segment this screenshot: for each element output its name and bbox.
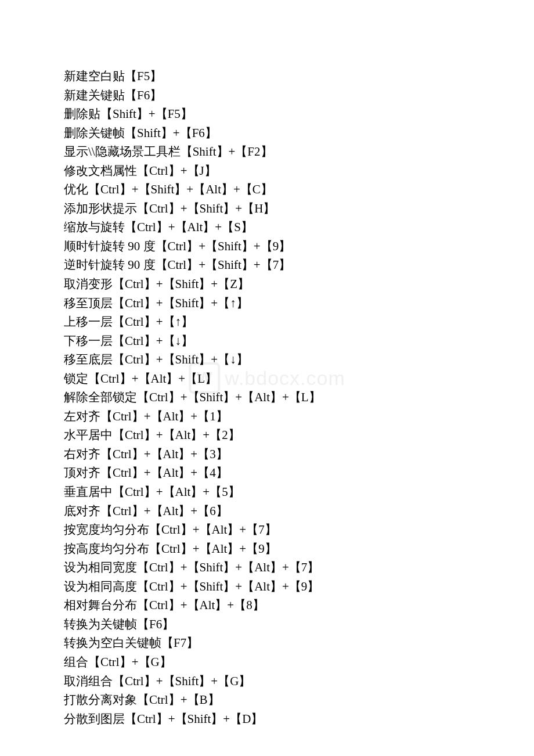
shortcut-line: 缩放与旋转【Ctrl】+【Alt】+【S】: [64, 218, 470, 237]
shortcut-line: 顺时针旋转 90 度【Ctrl】+【Shift】+【9】: [64, 237, 470, 256]
shortcut-line: 右对齐【Ctrl】+【Alt】+【3】: [64, 445, 470, 464]
shortcut-line: 顶对齐【Ctrl】+【Alt】+【4】: [64, 463, 470, 483]
shortcut-line: 相对舞台分布【Ctrl】+【Alt】+【8】: [64, 596, 470, 615]
shortcut-line: 分散到图层【Ctrl】+【Shift】+【D】: [64, 710, 470, 729]
shortcut-line: 解除全部锁定【Ctrl】+【Shift】+【Alt】+【L】: [64, 388, 470, 407]
shortcut-line: 优化【Ctrl】+【Shift】+【Alt】+【C】: [64, 180, 470, 199]
shortcut-line: 水平居中【Ctrl】+【Alt】+【2】: [64, 426, 470, 445]
shortcut-line: 修改文档属性【Ctrl】+【J】: [64, 161, 470, 181]
shortcut-line: 按高度均匀分布【Ctrl】+【Alt】+【9】: [64, 539, 470, 559]
shortcut-line: 打散分离对象【Ctrl】+【B】: [64, 690, 470, 710]
shortcut-line: 添加形状提示【Ctrl】+【Shift】+【H】: [64, 199, 470, 218]
shortcut-line: 设为相同高度【Ctrl】+【Shift】+【Alt】+【9】: [64, 577, 470, 596]
shortcut-line: 设为相同宽度【Ctrl】+【Shift】+【Alt】+【7】: [64, 558, 470, 577]
shortcut-line: 转换为空白关键帧【F7】: [64, 633, 470, 653]
shortcut-line: 垂直居中【Ctrl】+【Alt】+【5】: [64, 483, 470, 502]
shortcut-line: 新建关键贴【F6】: [64, 86, 470, 105]
shortcut-line: 下移一层【Ctrl】+【↓】: [64, 332, 470, 351]
shortcut-line: 移至底层【Ctrl】+【Shift】+【↓】: [64, 350, 470, 369]
shortcut-line: 逆时针旋转 90 度【Ctrl】+【Shift】+【7】: [64, 255, 470, 275]
shortcut-line: 转换为关键帧【F6】: [64, 615, 470, 634]
shortcut-line: 取消变形【Ctrl】+【Shift】+【Z】: [64, 275, 470, 294]
shortcut-line: 按宽度均匀分布【Ctrl】+【Alt】+【7】: [64, 520, 470, 539]
shortcut-line: 删除关键帧【Shift】+【F6】: [64, 124, 470, 143]
shortcut-line: 底对齐【Ctrl】+【Alt】+【6】: [64, 502, 470, 521]
shortcut-line: 移至顶层【Ctrl】+【Shift】+【↑】: [64, 294, 470, 313]
shortcut-line: 取消组合【Ctrl】+【Shift】+【G】: [64, 672, 470, 691]
shortcut-line: 删除贴【Shift】+【F5】: [64, 105, 470, 124]
shortcut-line: 左对齐【Ctrl】+【Alt】+【1】: [64, 407, 470, 426]
shortcut-list: 新建空白贴【F5】新建关键贴【F6】删除贴【Shift】+【F5】删除关键帧【S…: [64, 67, 470, 728]
shortcut-line: 组合【Ctrl】+【G】: [64, 653, 470, 672]
shortcut-line: 锁定【Ctrl】+【Alt】+【L】: [64, 369, 470, 388]
shortcut-line: 显示\\隐藏场景工具栏【Shift】+【F2】: [64, 142, 470, 161]
shortcut-line: 上移一层【Ctrl】+【↑】: [64, 312, 470, 332]
shortcut-line: 新建空白贴【F5】: [64, 67, 470, 86]
